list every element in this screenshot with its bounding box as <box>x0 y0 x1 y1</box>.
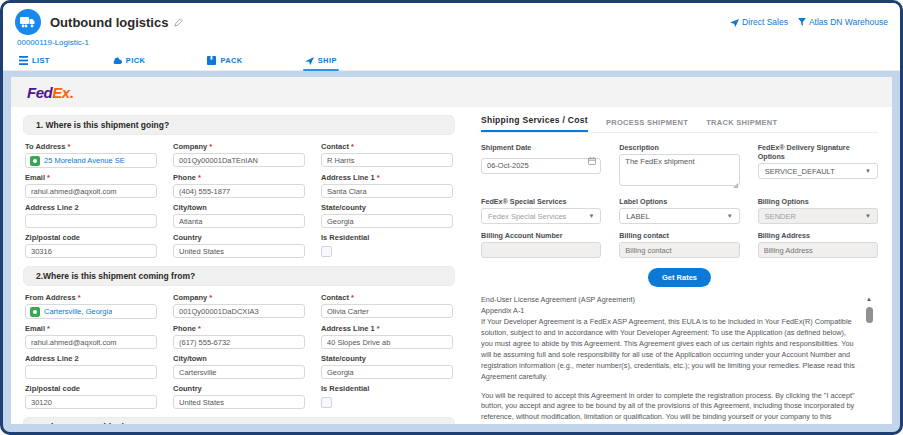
app-window: Outbound logistics Direct Sales Atlas DN… <box>0 0 903 435</box>
signature-options-value: SERVICE_DEFAULT <box>765 167 835 176</box>
label-options-select[interactable]: LABEL ▼ <box>619 208 739 224</box>
tab-shipping-services-cost[interactable]: Shipping Services / Cost <box>481 115 588 132</box>
shipment-date-input[interactable] <box>481 158 601 174</box>
description-textarea[interactable]: The FedEx shipment <box>619 154 739 186</box>
billing-account-input[interactable] <box>481 242 601 258</box>
tab-list-label: LIST <box>32 56 50 65</box>
phone-label: Phone <box>173 324 305 333</box>
location-pin-icon <box>30 307 40 317</box>
scrollbar-thumb[interactable] <box>866 307 873 323</box>
email-input[interactable] <box>25 184 157 198</box>
from-city-input[interactable] <box>173 365 305 379</box>
ship-plane-icon <box>305 56 314 65</box>
calendar-icon[interactable] <box>588 157 596 165</box>
zip-label: Zip/postal code <box>25 233 157 242</box>
scroll-up-icon[interactable]: ▲ <box>866 295 872 304</box>
contact-input[interactable] <box>321 153 453 167</box>
from-phone-input[interactable] <box>173 335 305 349</box>
from-address-field[interactable]: Cartersville, Georgia <box>25 304 157 319</box>
edit-title-icon[interactable] <box>174 18 183 27</box>
logistic-record-link[interactable]: 00000119-Logistic-1 <box>17 38 888 47</box>
phone-input[interactable] <box>173 184 305 198</box>
tab-process-shipment[interactable]: PROCESS SHIPMENT <box>606 118 688 132</box>
section-coming-heading: 2.Where is this shipment coming from? <box>23 266 455 286</box>
from-company-input[interactable] <box>173 304 305 318</box>
location-pin-icon <box>30 156 40 166</box>
company-input[interactable] <box>173 153 305 167</box>
billing-address-input[interactable] <box>758 242 878 258</box>
fedex-logo: FedEx. <box>27 84 73 101</box>
get-rates-button[interactable]: Get Rates <box>648 268 711 287</box>
from-email-input[interactable] <box>25 335 157 349</box>
address-line-2-input[interactable] <box>25 214 157 228</box>
company-label: Company <box>173 142 305 151</box>
tab-ship[interactable]: SHIP <box>295 52 347 70</box>
from-state-input[interactable] <box>321 365 453 379</box>
special-services-placeholder: Fedex Special Services <box>488 212 566 221</box>
address-line-2-label: Address Line 2 <box>25 203 157 212</box>
email-label: Email <box>25 173 157 182</box>
section-going-heading: 1. Where is this shipment going? <box>23 115 455 135</box>
billing-options-label: Billing Options <box>758 197 878 206</box>
to-address-field[interactable]: 25 Moreland Avenue SE <box>25 153 157 168</box>
plane-icon <box>730 18 739 27</box>
tab-pack-label: PACK <box>220 56 242 65</box>
billing-contact-label: Billing contact <box>619 231 739 240</box>
going-form: To Address 25 Moreland Avenue SE Company… <box>11 142 467 258</box>
agreement-scrollbar[interactable]: ▲ ▼ <box>864 295 874 424</box>
city-input[interactable] <box>173 214 305 228</box>
tab-list[interactable]: LIST <box>9 52 60 70</box>
agreement-line: You will be required to accept this Agre… <box>481 391 858 425</box>
special-services-label: FedEx® Special Services <box>481 197 601 206</box>
warehouse-link[interactable]: Atlas DN Warehouse <box>798 17 888 27</box>
country-label: Country <box>173 384 305 393</box>
billing-contact-input[interactable] <box>619 242 739 258</box>
zip-input[interactable] <box>25 244 157 258</box>
direct-sales-label: Direct Sales <box>742 17 788 27</box>
billing-options-select[interactable]: SENDER ▼ <box>758 208 878 224</box>
shipment-date-label: Shipment Date <box>481 143 601 152</box>
direct-sales-link[interactable]: Direct Sales <box>730 17 788 27</box>
from-zip-input[interactable] <box>25 395 157 409</box>
from-address-line-1-input[interactable] <box>321 335 453 349</box>
is-residential-label: Is Residential <box>321 233 453 242</box>
from-address-line-2-input[interactable] <box>25 365 157 379</box>
is-residential-checkbox[interactable] <box>321 246 332 257</box>
contact-label: Contact <box>321 293 453 302</box>
to-address-label: To Address <box>25 142 157 151</box>
fedex-header-strip: FedEx. <box>11 77 892 107</box>
page-title: Outbound logistics <box>50 15 168 30</box>
chevron-down-icon: ▼ <box>588 213 594 219</box>
state-label: State/county <box>321 354 453 363</box>
from-country-input[interactable] <box>173 395 305 409</box>
pick-icon <box>112 57 122 65</box>
stage-tabbar: LIST PICK PACK SHIP <box>3 51 900 71</box>
state-input[interactable] <box>321 214 453 228</box>
truck-icon <box>20 16 36 28</box>
signature-options-select[interactable]: SERVICE_DEFAULT ▼ <box>758 163 878 179</box>
address-line-1-label: Address Line 1 <box>321 173 453 182</box>
country-label: Country <box>173 233 305 242</box>
special-services-select[interactable]: Fedex Special Services ▼ <box>481 208 601 224</box>
country-input[interactable] <box>173 244 305 258</box>
funnel-icon <box>798 18 806 26</box>
address-line-2-label: Address Line 2 <box>25 354 157 363</box>
contact-label: Contact <box>321 142 453 151</box>
zip-label: Zip/postal code <box>25 384 157 393</box>
from-is-residential-checkbox[interactable] <box>321 397 332 408</box>
license-agreement-text: End-User License Agreement (ASP Agreemen… <box>481 295 878 424</box>
services-tabbar: Shipping Services / Cost PROCESS SHIPMEN… <box>481 115 878 133</box>
tab-pick[interactable]: PICK <box>102 52 156 70</box>
coming-form: From Address Cartersville, Georgia Compa… <box>11 293 467 409</box>
from-contact-input[interactable] <box>321 304 453 318</box>
city-label: City/town <box>173 203 305 212</box>
tab-track-shipment[interactable]: TRACK SHIPMENT <box>706 118 777 132</box>
chevron-down-icon: ▼ <box>727 213 733 219</box>
address-line-1-input[interactable] <box>321 184 453 198</box>
resize-grip-icon[interactable] <box>733 183 738 188</box>
description-label: Description <box>619 143 739 152</box>
tab-pack[interactable]: PACK <box>197 52 252 70</box>
signature-options-label: FedEx® Delivery Signature Options <box>758 143 878 161</box>
label-options-label: Label Options <box>619 197 739 206</box>
is-residential-label: Is Residential <box>321 384 453 393</box>
